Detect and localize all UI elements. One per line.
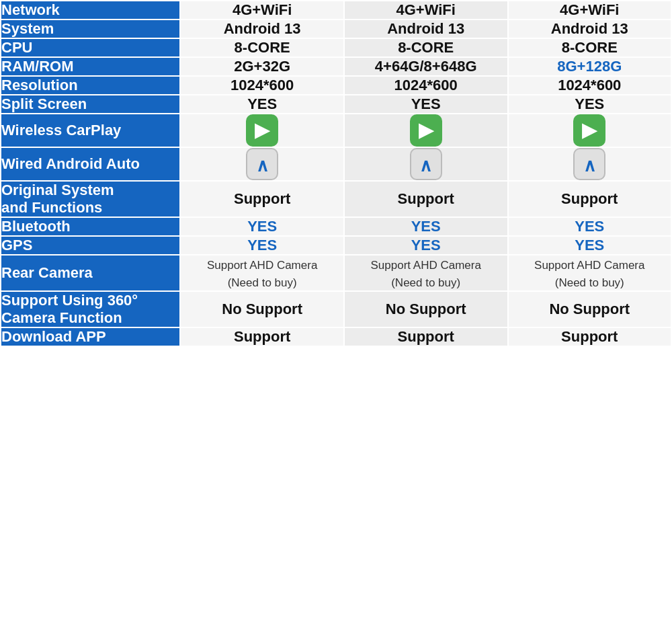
row-value: 4G+WiFi	[508, 1, 671, 19]
row-label: Wireless CarPlay	[1, 114, 180, 147]
table-row: RAM/ROM2G+32G4+64G/8+648G8G+128G	[1, 57, 671, 76]
row-value: Support AHD Camera (Need to buy)	[344, 255, 508, 291]
table-row: CPU8-CORE8-CORE8-CORE	[1, 38, 671, 57]
row-value: No Support	[344, 291, 508, 327]
row-value: Support AHD Camera (Need to buy)	[508, 255, 671, 291]
row-value: YES	[180, 236, 343, 255]
table-row: Rear CameraSupport AHD Camera (Need to b…	[1, 255, 671, 291]
table-row: Resolution1024*6001024*6001024*600	[1, 76, 671, 95]
row-value: 4+64G/8+648G	[344, 57, 508, 76]
row-label: Resolution	[1, 76, 180, 95]
row-value: Android 13	[344, 19, 508, 38]
row-value: ▶	[180, 114, 343, 147]
yes-value: YES	[575, 237, 604, 253]
row-value: 8-CORE	[508, 38, 671, 57]
table-row: Split ScreenYESYESYES	[1, 95, 671, 114]
table-row: Wired Android Auto∧∧∧	[1, 147, 671, 181]
carplay-icon: ▶	[573, 114, 605, 147]
row-label: Download APP	[1, 327, 180, 346]
row-value: YES	[180, 217, 343, 236]
row-value: YES	[344, 236, 508, 255]
row-value: ▶	[508, 114, 671, 147]
row-value: 1024*600	[508, 76, 671, 95]
android-auto-icon: ∧	[246, 148, 278, 180]
row-label: System	[1, 19, 180, 38]
row-value: 2G+32G	[180, 57, 343, 76]
row-value: YES	[508, 217, 671, 236]
yes-value: YES	[247, 237, 277, 253]
row-value: Support	[180, 327, 343, 346]
row-value: ▶	[344, 114, 508, 147]
row-value: 4G+WiFi	[180, 1, 343, 19]
table-row: Network4G+WiFi4G+WiFi4G+WiFi	[1, 1, 671, 19]
row-label: RAM/ROM	[1, 57, 180, 76]
row-value: YES	[344, 95, 508, 114]
row-label: Original System and Functions	[1, 181, 180, 217]
ram-value-highlight: 8G+128G	[557, 58, 622, 75]
table-row: Support Using 360° Camera FunctionNo Sup…	[1, 291, 671, 327]
row-value: Support	[508, 181, 671, 217]
table-row: SystemAndroid 13Android 13Android 13	[1, 19, 671, 38]
carplay-icon: ▶	[410, 114, 442, 147]
camera-support-value: Support AHD Camera (Need to buy)	[370, 259, 480, 289]
row-value: Support	[344, 327, 508, 346]
table-row: GPSYESYESYES	[1, 236, 671, 255]
carplay-icon: ▶	[246, 114, 278, 147]
row-value: 1024*600	[344, 76, 508, 95]
camera-support-value: Support AHD Camera (Need to buy)	[207, 259, 317, 289]
yes-value: YES	[411, 218, 441, 235]
row-value: 8-CORE	[180, 38, 343, 57]
comparison-table: Network4G+WiFi4G+WiFi4G+WiFiSystemAndroi…	[0, 0, 672, 347]
row-value: YES	[180, 95, 343, 114]
row-label: GPS	[1, 236, 180, 255]
row-label: Rear Camera	[1, 255, 180, 291]
table-row: Download APPSupportSupportSupport	[1, 327, 671, 346]
row-label: Split Screen	[1, 95, 180, 114]
row-value: No Support	[180, 291, 343, 327]
android-auto-icon: ∧	[410, 148, 442, 180]
row-value: 1024*600	[180, 76, 343, 95]
row-value: 8G+128G	[508, 57, 671, 76]
row-label: Bluetooth	[1, 217, 180, 236]
row-label: Support Using 360° Camera Function	[1, 291, 180, 327]
row-label: Network	[1, 1, 180, 19]
yes-value: YES	[247, 218, 277, 235]
yes-value: YES	[575, 218, 604, 235]
row-value: Support	[180, 181, 343, 217]
row-value: Support AHD Camera (Need to buy)	[180, 255, 343, 291]
row-value: ∧	[508, 147, 671, 181]
yes-value: YES	[411, 237, 441, 253]
android-auto-icon: ∧	[573, 148, 605, 180]
row-value: Android 13	[508, 19, 671, 38]
table-row: Original System and FunctionsSupportSupp…	[1, 181, 671, 217]
table-row: BluetoothYESYESYES	[1, 217, 671, 236]
row-value: YES	[508, 95, 671, 114]
row-value: 4G+WiFi	[344, 1, 508, 19]
camera-support-value: Support AHD Camera (Need to buy)	[534, 259, 644, 289]
row-value: Android 13	[180, 19, 343, 38]
row-value: Support	[344, 181, 508, 217]
row-label: CPU	[1, 38, 180, 57]
row-value: YES	[508, 236, 671, 255]
row-value: ∧	[344, 147, 508, 181]
row-value: No Support	[508, 291, 671, 327]
table-row: Wireless CarPlay▶▶▶	[1, 114, 671, 147]
row-label: Wired Android Auto	[1, 147, 180, 181]
row-value: YES	[344, 217, 508, 236]
row-value: ∧	[180, 147, 343, 181]
row-value: 8-CORE	[344, 38, 508, 57]
row-value: Support	[508, 327, 671, 346]
